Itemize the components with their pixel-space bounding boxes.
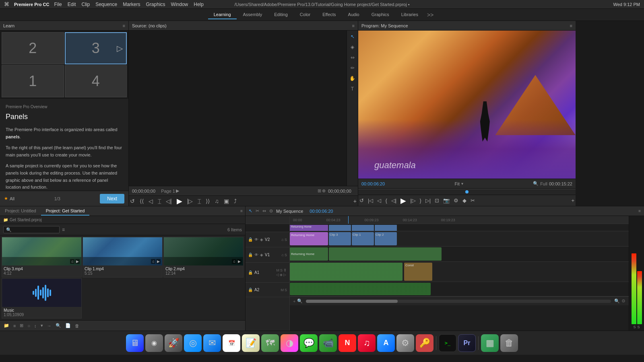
all-link[interactable]: ★ All [4,196,14,201]
play-icon[interactable]: ▷ [117,43,123,53]
a1-balance-icon[interactable]: ◈ [280,273,283,277]
src-btn-export[interactable]: ⤴ [233,198,238,204]
tab-editing[interactable]: Editing [268,10,293,19]
prog-settings-btn[interactable]: ⚙ [452,197,460,204]
source-tool-select[interactable]: ↖ [348,32,357,41]
timeline-menu-icon[interactable]: ≡ [638,209,641,213]
source-tool-razor[interactable]: ◈ [348,43,357,51]
proj-sort-btn[interactable]: ↕ [33,323,38,328]
dock-desktop[interactable]: ▦ [481,334,499,352]
project-list-icon[interactable]: ≡ [62,227,65,232]
dock-appstore[interactable]: A [377,334,395,352]
v2-snap-clip1[interactable] [352,225,374,231]
proj-filter-btn[interactable]: ▾ [39,323,44,328]
src-btn-step-back2[interactable]: ◁| [165,198,173,204]
tutorial-thumb-4[interactable]: 4 [65,65,127,97]
proj-list-view-btn[interactable]: ≡ [12,323,17,328]
dock-messages[interactable]: 💬 [300,334,318,352]
dock-notes[interactable]: 📝 [242,334,260,352]
source-tool-slip[interactable]: ⇔ [348,53,357,62]
tl-slide-icon[interactable]: ⊝ [269,208,273,214]
clip-v2-returning[interactable]: Returning Home [290,232,328,245]
learn-menu-icon[interactable]: ≡ [123,23,125,28]
source-tool-type[interactable]: T [348,84,357,93]
a1-solo-icon[interactable]: S [280,268,283,272]
source-tool-pen[interactable]: ✏ [348,64,357,72]
menu-edit[interactable]: Edit [68,2,76,7]
dock-calendar[interactable]: 📅 [223,334,240,352]
dock-terminal[interactable]: >_ [439,334,456,352]
tab-project-untitled[interactable]: Project: Untitled [0,206,41,216]
v2-eye-icon[interactable]: 👁 [254,237,258,242]
project-item-clip3[interactable]: ♫ ▶ Clip 3.mp4 4:12 [2,237,82,278]
source-page-next-icon[interactable]: ▶ [176,188,179,193]
prog-safe-margins-btn[interactable]: ⊡ [433,197,440,204]
program-zoom-icon[interactable]: 🔍 [533,181,539,186]
src-btn-prev-edit[interactable]: ⟨⟨ [138,198,145,204]
clip-v1-main[interactable] [329,247,442,261]
proj-new-bin-btn[interactable]: 📁 [2,323,10,328]
v1-lock-icon[interactable]: 🔒 [248,253,253,257]
dock-premiere[interactable]: Pr [458,334,476,352]
tab-project-get-started[interactable]: Project: Get Started [41,206,90,216]
v1-eye-icon[interactable]: 👁 [254,253,258,257]
prog-loop-btn[interactable]: ↺ [358,197,365,204]
prog-trim-btn[interactable]: ✂ [469,197,476,204]
src-btn-mark-out[interactable]: ⌶ [196,198,202,204]
clip-v1-returning[interactable]: Returning Home [290,247,328,261]
project-item-clip2[interactable]: ♫ ▶ Clip 2.mp4 12:14 [163,237,244,278]
dock-trash[interactable]: 🗑 [500,334,518,352]
menu-clip[interactable]: Clip [81,2,90,7]
a2-mute-icon[interactable]: M [281,288,284,292]
dock-photos[interactable]: ◑ [281,334,298,352]
proj-delete-btn[interactable]: 🗑 [74,323,80,328]
program-timeline-strip[interactable] [358,188,576,195]
program-menu-icon[interactable]: ≡ [570,23,572,28]
source-grid-icon[interactable]: ⊞ [318,188,321,193]
menu-graphics[interactable]: Graphics [146,2,165,7]
project-item-music[interactable]: Music 1:05;10909 [2,278,82,319]
prog-add-btn[interactable]: + [570,197,576,204]
prog-prev-edit-btn[interactable]: |◁ [367,197,374,204]
a1-voice-icon[interactable]: 🎙 [283,268,287,272]
v1-mute-icon[interactable]: ♫ [281,253,284,257]
source-tool-hand[interactable]: ✋ [348,74,357,83]
prog-play-btn[interactable]: ▶ [399,196,407,205]
prog-add-marker-btn[interactable]: ◆ [461,197,468,204]
src-btn-mark-in[interactable]: ⌶ [157,198,162,204]
tabs-more-icon[interactable]: >> [425,12,436,18]
tl-foot-zoom-in[interactable]: 🔍 [614,298,620,304]
tl-zoom-slider[interactable] [306,300,611,303]
dock-maps[interactable]: 🗺 [261,334,279,352]
proj-automate-btn[interactable]: → [46,323,53,328]
dock-news[interactable]: N [339,334,356,352]
clip-v2-clip1[interactable]: Clip 1 [352,232,374,245]
v2-mute-icon[interactable]: ♫ [281,238,284,242]
source-menu-icon[interactable]: ≡ [352,23,355,28]
a1-mute-icon[interactable]: M [276,268,279,272]
v2-snap-clip3[interactable] [329,225,351,231]
v2-snap-returning[interactable]: Returning Home [290,225,328,231]
prog-step-fwd-btn[interactable]: |▷ [409,197,417,204]
menu-markers[interactable]: Markers [123,2,140,7]
tl-select-icon[interactable]: ↖ [249,208,252,214]
apple-logo-icon[interactable]: ⌘ [4,1,9,7]
proj-new-item-btn[interactable]: 📄 [64,323,72,328]
dock-finder[interactable]: 🖥 [126,334,144,352]
v1-sync-icon[interactable]: ◈ [260,253,263,257]
clip-v2-clip3[interactable]: Clip 3 [329,232,351,245]
tutorial-thumb-2[interactable]: 2 [2,32,64,64]
src-btn-add[interactable]: + [352,198,358,204]
project-search-input[interactable] [3,226,60,233]
a1-lock-icon[interactable]: 🔒 [248,270,253,275]
project-item-clip1[interactable]: ♫ ▶ Clip 1.mp4 5:15 [83,237,163,278]
menu-file[interactable]: File [54,2,62,7]
a1-left-icon[interactable]: ◁ [276,273,279,277]
proj-icon-view-btn[interactable]: ⊞ [19,323,25,328]
a2-solo-icon[interactable]: S [285,288,287,292]
prog-mark-in-btn[interactable]: { [384,197,388,204]
src-btn-step-fwd[interactable]: |▷ [186,198,194,204]
audio-clip-a1-main[interactable] [290,263,402,281]
v2-snap-clip2[interactable] [375,225,397,231]
prog-next-edit-btn[interactable]: ▷| [424,197,432,204]
